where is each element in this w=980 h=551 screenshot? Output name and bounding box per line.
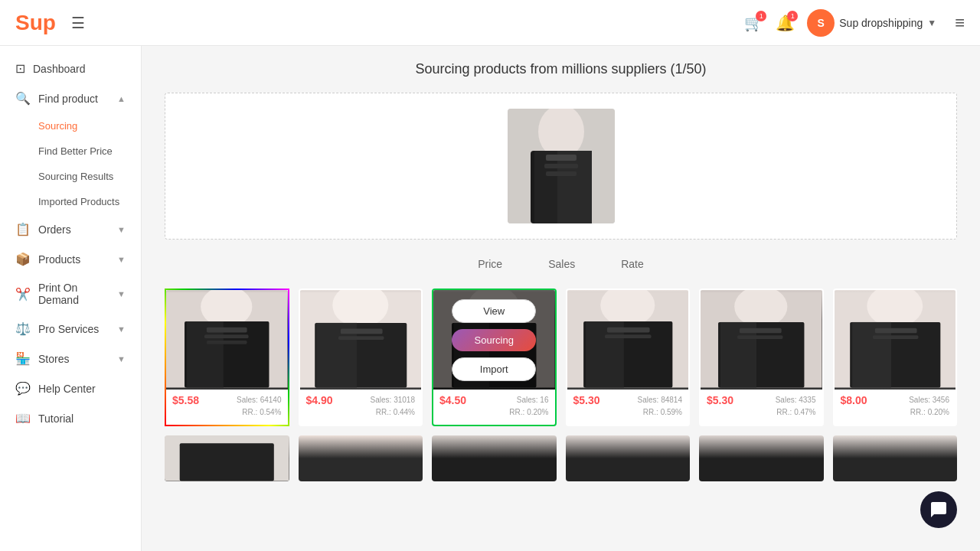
card-overlay-3: View Sourcing Import	[433, 290, 555, 390]
partial-image-1	[165, 435, 289, 481]
svg-rect-37	[737, 335, 783, 339]
chat-bubble[interactable]	[920, 491, 957, 528]
cart-wrapper: 🛒 1	[744, 14, 763, 32]
sidebar-item-orders[interactable]: 📋 Orders ▼	[0, 214, 141, 244]
sidebar-label-pro-services: Pro Services	[38, 323, 99, 335]
product-card-3[interactable]: View Sourcing Import $4.50 Sales: 16 RR.…	[432, 289, 557, 426]
product-card-partial-5[interactable]	[699, 435, 824, 481]
product-card-partial-3[interactable]	[432, 435, 557, 481]
product-info-3: $4.50 Sales: 16 RR.: 0.20%	[433, 390, 555, 425]
product-card-6[interactable]: $8.00 Sales: 3456 RR.: 0.20%	[833, 289, 958, 426]
stores-chevron: ▼	[117, 354, 126, 364]
sidebar-item-find-better-price[interactable]: Find Better Price	[0, 139, 141, 164]
product-stats-6: Sales: 3456 RR.: 0.20%	[909, 394, 949, 419]
sidebar-label-find-better-price: Find Better Price	[38, 145, 113, 157]
tutorial-icon: 📖	[15, 411, 31, 425]
sidebar-label-find-product: Find product	[38, 93, 98, 105]
svg-rect-42	[874, 328, 916, 334]
sidebar-item-find-product[interactable]: 🔍 Find product ▲	[0, 83, 141, 113]
product-card-partial-4[interactable]	[566, 435, 691, 481]
product-stats-1: Sales: 64140 RR.: 0.54%	[237, 394, 281, 419]
sidebar-item-imported-products[interactable]: Imported Products	[0, 189, 141, 214]
product-card-5[interactable]: $5.30 Sales: 4335 RR.: 0.47%	[699, 289, 824, 426]
product-stats-3: Sales: 16 RR.: 0.20%	[509, 394, 548, 419]
sidebar-label-orders: Orders	[38, 223, 71, 236]
overlay-view-button[interactable]: View	[452, 299, 536, 323]
main-layout: ⊡ Dashboard 🔍 Find product ▲ Sourcing Fi…	[0, 46, 980, 551]
svg-rect-19	[340, 329, 382, 334]
partial-image-6	[833, 435, 958, 481]
content-area: Sourcing products from millions supplier…	[142, 46, 980, 551]
sidebar: ⊡ Dashboard 🔍 Find product ▲ Sourcing Fi…	[0, 46, 142, 551]
svg-rect-7	[546, 171, 577, 176]
svg-rect-43	[872, 335, 918, 339]
product-bottom-6: $8.00 Sales: 3456 RR.: 0.20%	[841, 394, 950, 419]
product-grid-partial	[165, 435, 957, 481]
sidebar-label-print-on-demand: Print On Demand	[38, 282, 109, 306]
filter-tab-rate[interactable]: Rate	[621, 255, 644, 273]
sidebar-item-print-on-demand[interactable]: ✂️ Print On Demand ▼	[0, 274, 141, 314]
product-image-3: View Sourcing Import	[433, 290, 555, 390]
header-left: Sup ☰	[15, 11, 85, 35]
product-image-4	[567, 290, 689, 390]
sidebar-item-tutorial[interactable]: 📖 Tutorial	[0, 403, 141, 433]
overlay-import-button[interactable]: Import	[452, 357, 536, 381]
sidebar-item-help-center[interactable]: 💬 Help Center	[0, 373, 141, 403]
sidebar-item-products[interactable]: 📦 Products ▼	[0, 244, 141, 274]
sidebar-item-pro-services[interactable]: ⚖️ Pro Services ▼	[0, 314, 141, 344]
product-bottom-3: $4.50 Sales: 16 RR.: 0.20%	[439, 394, 549, 419]
dashboard-icon: ⊡	[15, 61, 25, 76]
svg-rect-31	[604, 334, 651, 338]
logo[interactable]: Sup	[15, 11, 56, 35]
sidebar-item-stores[interactable]: 🏪 Stores ▼	[0, 344, 141, 373]
svg-rect-4	[557, 151, 592, 223]
svg-rect-12	[207, 328, 247, 333]
sidebar-label-dashboard: Dashboard	[33, 63, 86, 75]
user-info[interactable]: S Sup dropshipping ▼	[807, 9, 936, 37]
product-stats-4: Sales: 84814 RR.: 0.59%	[638, 394, 682, 419]
print-on-demand-icon: ✂️	[15, 287, 31, 302]
stores-icon: 🏪	[15, 351, 31, 366]
svg-rect-14	[207, 341, 247, 344]
filter-tab-price[interactable]: Price	[478, 255, 502, 273]
sidebar-item-dashboard[interactable]: ⊡ Dashboard	[0, 54, 141, 83]
product-card-partial-6[interactable]	[833, 435, 958, 481]
products-chevron: ▼	[117, 255, 126, 264]
product-card-partial-1[interactable]	[165, 435, 289, 481]
product-price-4: $5.30	[573, 394, 600, 406]
product-card-4[interactable]: $5.30 Sales: 84814 RR.: 0.59%	[566, 289, 691, 426]
product-stats-2: Sales: 31018 RR.: 0.44%	[371, 394, 415, 419]
product-info-5: $5.30 Sales: 4335 RR.: 0.47%	[701, 390, 822, 425]
product-bottom-5: $5.30 Sales: 4335 RR.: 0.47%	[707, 394, 816, 419]
sidebar-item-sourcing[interactable]: Sourcing	[0, 113, 141, 139]
page-title: Sourcing products from millions supplier…	[165, 61, 957, 77]
svg-rect-30	[606, 328, 649, 333]
overlay-sourcing-button[interactable]: Sourcing	[452, 329, 536, 351]
product-info-1: $5.58 Sales: 64140 RR.: 0.54%	[166, 390, 288, 425]
product-stats-5: Sales: 4335 RR.: 0.47%	[776, 394, 816, 419]
product-card-partial-2[interactable]	[299, 435, 423, 481]
sidebar-label-sourcing-results: Sourcing Results	[38, 171, 113, 182]
find-product-icon: 🔍	[15, 91, 31, 106]
product-card-2[interactable]: $4.90 Sales: 31018 RR.: 0.44%	[299, 289, 423, 426]
product-price-5: $5.30	[707, 394, 733, 406]
product-image-6	[835, 290, 956, 390]
sidebar-item-sourcing-results[interactable]: Sourcing Results	[0, 164, 141, 189]
header: Sup ☰ 🛒 1 🔔 1 S Sup dropshipping ▼ ≡	[0, 0, 980, 46]
product-card-1[interactable]: $5.58 Sales: 64140 RR.: 0.54%	[165, 289, 289, 426]
svg-rect-5	[546, 155, 577, 161]
cart-badge: 1	[756, 11, 766, 21]
main-menu-icon[interactable]: ≡	[955, 13, 965, 33]
filter-tab-sales[interactable]: Sales	[548, 255, 575, 273]
hamburger-icon[interactable]: ☰	[71, 14, 85, 32]
product-image-2	[300, 290, 422, 390]
partial-image-2	[299, 435, 423, 481]
help-center-icon: 💬	[15, 381, 31, 396]
pro-services-icon: ⚖️	[15, 321, 31, 336]
sidebar-label-imported-products: Imported Products	[38, 196, 119, 207]
svg-rect-3	[534, 151, 557, 223]
sidebar-label-tutorial: Tutorial	[38, 412, 74, 425]
product-info-2: $4.90 Sales: 31018 RR.: 0.44%	[300, 390, 422, 425]
sidebar-label-help-center: Help Center	[38, 383, 96, 395]
partial-image-3	[432, 435, 557, 481]
